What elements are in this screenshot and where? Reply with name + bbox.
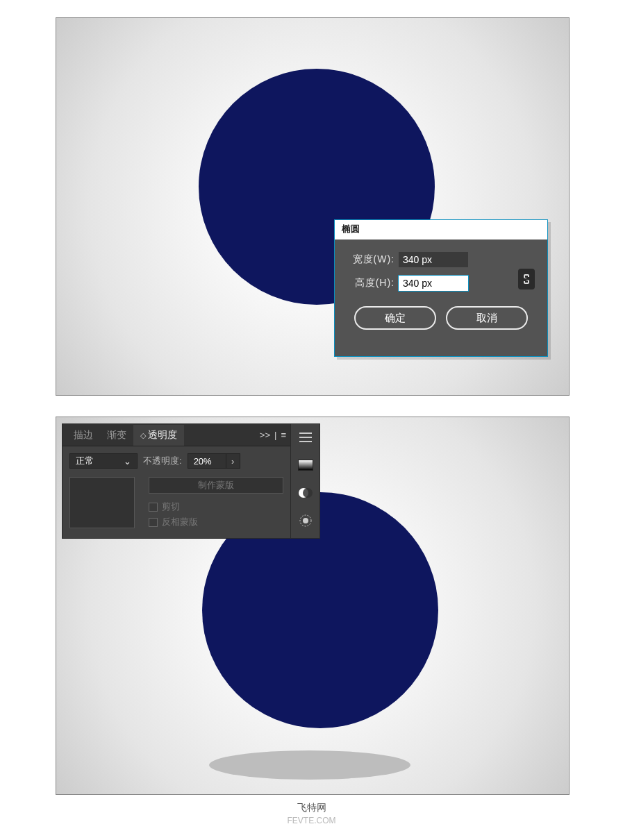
svg-point-3 <box>303 518 308 523</box>
blend-mode-select[interactable]: 正常 ⌄ <box>69 453 138 469</box>
ok-button[interactable]: 确定 <box>354 306 436 330</box>
mask-row: 制作蒙版 剪切 反相蒙版 <box>69 477 283 528</box>
watermark: 飞特网 FEVTE.COM <box>0 802 623 825</box>
opacity-stepper-icon[interactable]: › <box>226 454 240 468</box>
mask-options: 制作蒙版 剪切 反相蒙版 <box>139 477 283 528</box>
height-row: 高度(H): <box>344 276 538 291</box>
link-constrain-icon[interactable] <box>518 269 535 289</box>
tab-gradient[interactable]: 渐变 <box>100 425 133 446</box>
svg-point-1 <box>303 488 313 498</box>
appearance-icon[interactable] <box>297 512 315 530</box>
panel-body: 正常 ⌄ 不透明度: 20% › 制作蒙版 剪切 <box>63 446 290 538</box>
side-dock <box>291 423 320 539</box>
opacity-input[interactable]: 20% › <box>188 453 240 469</box>
chevron-down-icon: ⌄ <box>124 456 131 467</box>
checkbox-icon <box>149 518 158 527</box>
transparency-panel: 描边 渐变 ◇ 透明度 >> | ≡ 正常 ⌄ 不透明度: <box>62 423 291 539</box>
transparency-icon[interactable] <box>297 484 315 502</box>
height-label: 高度(H): <box>344 277 399 289</box>
canvas-frame-2: 描边 渐变 ◇ 透明度 >> | ≡ 正常 ⌄ 不透明度: <box>56 417 570 795</box>
shadow-ellipse-shape <box>209 750 410 780</box>
opacity-value: 20% <box>188 456 226 467</box>
menu-icon[interactable] <box>297 428 315 446</box>
clip-label: 剪切 <box>162 501 180 513</box>
invert-mask-checkbox-row[interactable]: 反相蒙版 <box>149 516 283 528</box>
watermark-line1: 飞特网 <box>0 802 623 814</box>
collapse-icon[interactable]: >> <box>260 430 270 440</box>
panel-tabs-right: >> | ≡ <box>260 430 286 440</box>
blend-row: 正常 ⌄ 不透明度: 20% › <box>69 453 283 469</box>
watermark-line2: FEVTE.COM <box>0 816 623 825</box>
height-input[interactable] <box>399 276 468 291</box>
transparency-panel-group: 描边 渐变 ◇ 透明度 >> | ≡ 正常 ⌄ 不透明度: <box>62 423 320 539</box>
blend-mode-value: 正常 <box>76 455 94 467</box>
mask-preview-thumb[interactable] <box>69 477 135 528</box>
gradient-swatch-icon[interactable] <box>297 456 315 474</box>
canvas-frame-1: 椭圆 宽度(W): 高度(H): 确定 取消 <box>56 17 570 396</box>
dialog-button-row: 确定 取消 <box>344 306 538 330</box>
opacity-label: 不透明度: <box>143 455 182 467</box>
checkbox-icon <box>149 503 158 512</box>
width-input[interactable] <box>399 252 468 267</box>
ellipse-dialog: 椭圆 宽度(W): 高度(H): 确定 取消 <box>334 219 548 357</box>
dialog-body: 宽度(W): 高度(H): 确定 取消 <box>335 240 547 356</box>
tab-stroke[interactable]: 描边 <box>67 425 100 446</box>
make-mask-button[interactable]: 制作蒙版 <box>149 477 283 494</box>
width-row: 宽度(W): <box>344 252 538 267</box>
invert-mask-label: 反相蒙版 <box>162 516 198 528</box>
panel-menu-icon[interactable]: ≡ <box>281 430 286 440</box>
divider-icon: | <box>274 430 276 440</box>
clip-checkbox-row[interactable]: 剪切 <box>149 501 283 513</box>
cancel-button[interactable]: 取消 <box>446 306 528 330</box>
dialog-title: 椭圆 <box>335 220 547 240</box>
width-label: 宽度(W): <box>344 253 399 266</box>
tab-transparency[interactable]: ◇ 透明度 <box>133 425 184 446</box>
panel-tabs: 描边 渐变 ◇ 透明度 >> | ≡ <box>63 424 290 446</box>
